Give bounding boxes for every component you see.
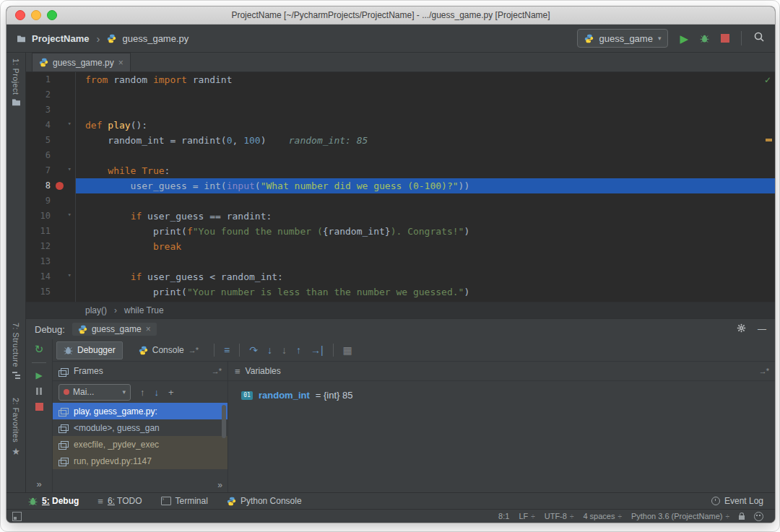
gutter-icons[interactable] xyxy=(51,72,75,87)
stop-button[interactable] xyxy=(721,34,729,43)
gutter-icons[interactable] xyxy=(51,193,75,209)
toolbar-item-python-console[interactable]: Python Console xyxy=(227,496,302,506)
run-to-cursor-button[interactable]: →| xyxy=(311,345,324,355)
stack-frame-item[interactable]: execfile, _pydev_exec xyxy=(53,436,228,453)
code-line[interactable]: 14▾ if user_guess < random_int: xyxy=(26,269,775,284)
gutter-icons[interactable] xyxy=(51,87,75,103)
debug-button[interactable] xyxy=(700,34,709,43)
code-line[interactable]: 11 print(f"You found the number ({random… xyxy=(26,224,775,239)
pin-icon[interactable]: →* xyxy=(212,367,221,375)
code-line[interactable]: 16 xyxy=(26,300,775,302)
gutter-icons[interactable]: ▾ xyxy=(51,269,75,284)
fold-icon[interactable]: ▾ xyxy=(68,165,72,173)
close-icon[interactable]: × xyxy=(118,58,124,68)
tab-console[interactable]: Console →* xyxy=(132,342,204,359)
gutter-icons[interactable]: ▾ xyxy=(51,118,75,133)
fold-icon[interactable]: ▾ xyxy=(68,120,72,127)
step-out-button[interactable]: ↑ xyxy=(296,345,301,355)
settings-gear-icon[interactable] xyxy=(737,323,746,336)
code-line[interactable]: 3 xyxy=(26,103,775,118)
run-config-select[interactable]: guess_game ▾ xyxy=(577,29,668,48)
gutter-icons[interactable] xyxy=(51,254,75,269)
toolbar-item-terminal[interactable]: Terminal xyxy=(161,496,208,506)
code-line[interactable]: 8 user_guess = int(input("What number di… xyxy=(26,178,775,193)
gutter-icons[interactable]: ▾ xyxy=(51,209,75,224)
stack-frame-item[interactable]: play, guess_game.py: xyxy=(53,403,228,419)
pin-tab-icon[interactable]: →* xyxy=(188,346,198,354)
resume-button[interactable]: ▶ xyxy=(35,371,42,380)
toolbar-item-event-log[interactable]: Event Log xyxy=(711,496,763,506)
gutter-icons[interactable] xyxy=(51,148,75,163)
frame-up-button[interactable]: ↑ xyxy=(140,387,145,398)
inspector-hector-icon[interactable] xyxy=(754,512,763,521)
code-line[interactable]: 2 xyxy=(26,87,775,103)
frame-down-button[interactable]: ↓ xyxy=(155,387,160,398)
indent-widget[interactable]: 4 spaces ÷ xyxy=(583,512,622,520)
breakpoint-icon[interactable] xyxy=(56,182,64,190)
close-icon[interactable]: × xyxy=(146,324,151,334)
thread-selector[interactable]: Mai... ▾ xyxy=(58,384,131,401)
close-window-button[interactable] xyxy=(15,10,25,20)
breadcrumb-file[interactable]: guess_game.py xyxy=(122,33,188,44)
code-line[interactable]: 5 random_int = randint(0, 100) random_in… xyxy=(26,133,775,148)
line-ending-widget[interactable]: LF ÷ xyxy=(519,512,534,520)
step-over-button[interactable]: ↷ xyxy=(249,345,258,355)
breadcrumb-item[interactable]: play() xyxy=(85,305,107,315)
sidebar-toggle-favorites[interactable]: 2: Favorites ★ xyxy=(12,398,20,457)
hide-panel-icon[interactable]: — xyxy=(758,324,766,334)
gutter-icons[interactable]: ▾ xyxy=(51,163,75,178)
add-watch-button[interactable]: + xyxy=(168,387,174,398)
more-actions-icon[interactable]: » xyxy=(36,479,41,489)
code-editor[interactable]: 1from random import randint234▾def play(… xyxy=(26,72,775,302)
code-line[interactable]: 4▾def play(): xyxy=(26,118,775,133)
toolbar-item-debug[interactable]: 5: Debug xyxy=(28,496,79,506)
stack-frame-item[interactable]: <module>, guess_gan xyxy=(53,419,228,436)
show-execution-point-button[interactable]: ≡ xyxy=(224,345,230,355)
rerun-button[interactable]: ↻ xyxy=(35,344,44,354)
tab-debugger[interactable]: Debugger xyxy=(56,341,123,359)
run-button[interactable]: ▶ xyxy=(680,33,688,44)
zoom-window-button[interactable] xyxy=(47,10,57,20)
gutter-icons[interactable] xyxy=(51,103,75,118)
interpreter-widget[interactable]: Python 3.6 (ProjectName) ÷ xyxy=(631,512,729,520)
minimize-window-button[interactable] xyxy=(31,10,41,20)
gutter-icons[interactable] xyxy=(51,284,75,300)
gutter-icons[interactable] xyxy=(51,178,75,193)
frames-scrollbar[interactable] xyxy=(222,405,226,438)
debug-session-tab[interactable]: guess_game × xyxy=(72,323,157,336)
lock-icon[interactable] xyxy=(739,515,745,520)
encoding-widget[interactable]: UTF-8 ÷ xyxy=(545,512,574,520)
breadcrumb-item[interactable]: while True xyxy=(124,305,164,315)
code-line[interactable]: 1from random import randint xyxy=(26,72,775,87)
gutter-icons[interactable] xyxy=(51,300,75,302)
code-line[interactable]: 7▾ while True: xyxy=(26,163,775,178)
gutter-icons[interactable] xyxy=(51,239,75,254)
variable-row[interactable]: 01 random_int = {int} 85 xyxy=(228,381,775,401)
code-line[interactable]: 12 break xyxy=(26,239,775,254)
evaluate-expression-button[interactable]: ▦ xyxy=(343,345,352,355)
gutter-icons[interactable] xyxy=(51,133,75,148)
force-step-into-button[interactable]: ↓ xyxy=(282,345,287,355)
code-line[interactable]: 10▾ if user_guess == randint: xyxy=(26,209,775,224)
fold-icon[interactable]: ▾ xyxy=(68,211,72,218)
code-line[interactable]: 15 print("Your number is less than the n… xyxy=(26,284,775,300)
pin-icon[interactable]: →* xyxy=(759,367,768,375)
stack-frame-item[interactable]: run, pydevd.py:1147 xyxy=(53,453,228,469)
toggle-tool-buttons-icon[interactable] xyxy=(12,512,22,521)
editor-tab[interactable]: guess_game.py × xyxy=(32,53,131,71)
search-icon[interactable] xyxy=(753,31,765,45)
caret-position-widget[interactable]: 8:1 xyxy=(498,512,509,520)
code-line[interactable]: 6 xyxy=(26,148,775,163)
more-icon[interactable]: » xyxy=(217,480,222,490)
toolbar-item-todo[interactable]: ≡ 6: TODO xyxy=(98,496,142,507)
code-line[interactable]: 13 xyxy=(26,254,775,269)
step-into-button[interactable]: ↓ xyxy=(267,345,272,355)
code-line[interactable]: 9 xyxy=(26,193,775,209)
sidebar-toggle-project[interactable]: 1: Project xyxy=(12,58,21,106)
gutter-icons[interactable] xyxy=(51,224,75,239)
pause-button[interactable] xyxy=(36,388,42,395)
stop-debug-button[interactable] xyxy=(35,403,43,411)
sidebar-toggle-structure[interactable]: 7: Structure xyxy=(12,323,20,379)
fold-icon[interactable]: ▾ xyxy=(68,271,72,279)
breadcrumb-project[interactable]: ProjectName xyxy=(32,33,89,44)
